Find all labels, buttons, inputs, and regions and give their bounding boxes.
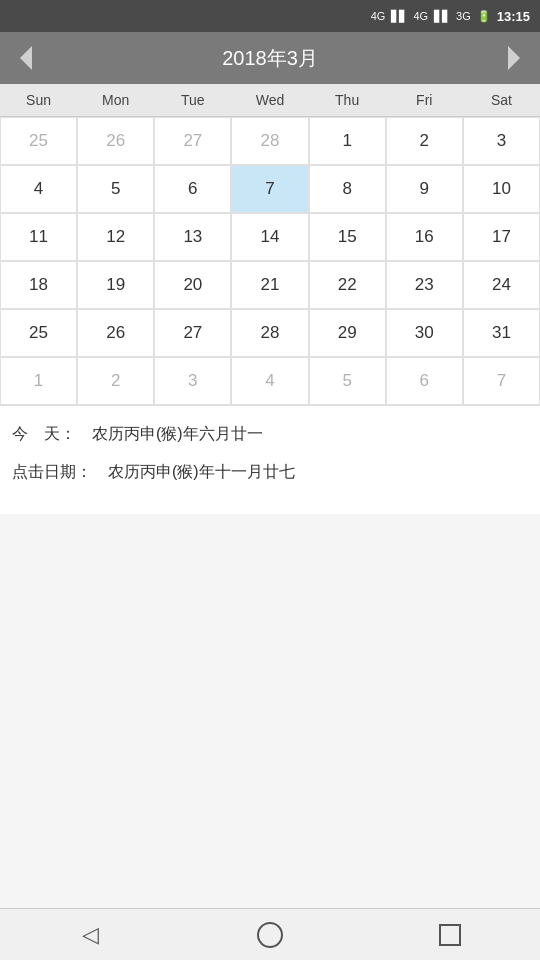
calendar-day-5-2[interactable]: 3 [154, 357, 231, 405]
home-button[interactable] [250, 915, 290, 955]
calendar-nav-header: 2018年3月 [0, 32, 540, 84]
calendar-day-4-0[interactable]: 25 [0, 309, 77, 357]
calendar-day-3-0[interactable]: 18 [0, 261, 77, 309]
today-info: 今 天： 农历丙申(猴)年六月廿一 [12, 422, 528, 446]
calendar-day-3-2[interactable]: 20 [154, 261, 231, 309]
day-header-thu: Thu [309, 84, 386, 116]
calendar-day-3-4[interactable]: 22 [309, 261, 386, 309]
svg-marker-0 [20, 46, 32, 70]
calendar-day-3-6[interactable]: 24 [463, 261, 540, 309]
calendar-day-0-0[interactable]: 25 [0, 117, 77, 165]
calendar-day-1-3[interactable]: 7 [231, 165, 308, 213]
calendar-day-2-5[interactable]: 16 [386, 213, 463, 261]
calendar-day-0-5[interactable]: 2 [386, 117, 463, 165]
calendar-day-0-1[interactable]: 26 [77, 117, 154, 165]
day-header-sun: Sun [0, 84, 77, 116]
day-header-wed: Wed [231, 84, 308, 116]
calendar-day-2-0[interactable]: 11 [0, 213, 77, 261]
calendar-day-0-4[interactable]: 1 [309, 117, 386, 165]
calendar-day-2-4[interactable]: 15 [309, 213, 386, 261]
info-section: 今 天： 农历丙申(猴)年六月廿一 点击日期： 农历丙申(猴)年十一月廿七 [0, 405, 540, 514]
day-header-fri: Fri [386, 84, 463, 116]
calendar-day-4-6[interactable]: 31 [463, 309, 540, 357]
calendar-day-0-3[interactable]: 28 [231, 117, 308, 165]
signal-4g-1: 4G [371, 10, 386, 22]
day-header-sat: Sat [463, 84, 540, 116]
day-headers-row: Sun Mon Tue Wed Thu Fri Sat [0, 84, 540, 117]
signal-icon-2: ▋▋ [434, 10, 450, 23]
calendar-day-4-5[interactable]: 30 [386, 309, 463, 357]
status-bar: 4G ▋▋ 4G ▋▋ 3G 🔋 13:15 [0, 0, 540, 32]
calendar-grid: 2526272812345678910111213141516171819202… [0, 117, 540, 405]
calendar-day-5-6[interactable]: 7 [463, 357, 540, 405]
calendar-day-5-1[interactable]: 2 [77, 357, 154, 405]
recents-button[interactable] [430, 915, 470, 955]
calendar-day-4-4[interactable]: 29 [309, 309, 386, 357]
calendar-day-1-2[interactable]: 6 [154, 165, 231, 213]
calendar-day-2-6[interactable]: 17 [463, 213, 540, 261]
signal-icon: ▋▋ [391, 10, 407, 23]
calendar-day-1-4[interactable]: 8 [309, 165, 386, 213]
battery-icon: 🔋 [477, 10, 491, 23]
calendar-day-0-2[interactable]: 27 [154, 117, 231, 165]
calendar-day-5-4[interactable]: 5 [309, 357, 386, 405]
calendar-day-2-2[interactable]: 13 [154, 213, 231, 261]
svg-marker-1 [508, 46, 520, 70]
calendar-day-1-0[interactable]: 4 [0, 165, 77, 213]
calendar-day-1-1[interactable]: 5 [77, 165, 154, 213]
calendar-day-3-3[interactable]: 21 [231, 261, 308, 309]
calendar-day-0-6[interactable]: 3 [463, 117, 540, 165]
calendar-day-5-5[interactable]: 6 [386, 357, 463, 405]
calendar-day-3-5[interactable]: 23 [386, 261, 463, 309]
day-header-tue: Tue [154, 84, 231, 116]
time-display: 13:15 [497, 9, 530, 24]
calendar-day-2-1[interactable]: 12 [77, 213, 154, 261]
signal-4g-2: 4G [413, 10, 428, 22]
calendar-day-4-1[interactable]: 26 [77, 309, 154, 357]
calendar-day-3-1[interactable]: 19 [77, 261, 154, 309]
calendar-day-4-3[interactable]: 28 [231, 309, 308, 357]
next-month-button[interactable] [496, 40, 532, 76]
calendar-day-5-3[interactable]: 4 [231, 357, 308, 405]
day-header-mon: Mon [77, 84, 154, 116]
calendar-day-4-2[interactable]: 27 [154, 309, 231, 357]
clicked-date-info: 点击日期： 农历丙申(猴)年十一月廿七 [12, 460, 528, 484]
calendar-day-5-0[interactable]: 1 [0, 357, 77, 405]
back-button[interactable]: ◁ [70, 915, 110, 955]
signal-3g: 3G [456, 10, 471, 22]
month-year-title: 2018年3月 [222, 45, 318, 72]
prev-month-button[interactable] [8, 40, 44, 76]
calendar-day-2-3[interactable]: 14 [231, 213, 308, 261]
bottom-nav-bar: ◁ [0, 908, 540, 960]
calendar-day-1-5[interactable]: 9 [386, 165, 463, 213]
calendar-day-1-6[interactable]: 10 [463, 165, 540, 213]
